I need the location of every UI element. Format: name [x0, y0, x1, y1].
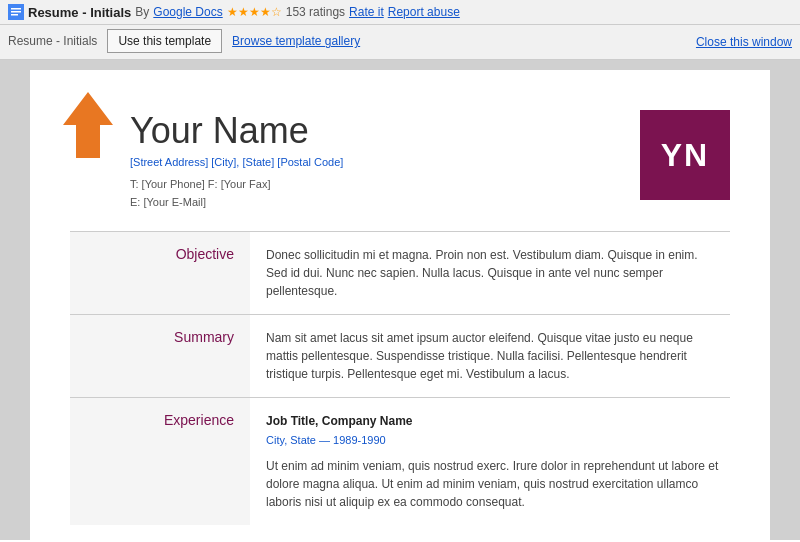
- second-bar: Resume - Initials Use this template Brow…: [0, 25, 800, 60]
- star-rating[interactable]: ★★★★☆: [227, 5, 282, 19]
- second-bar-right: Close this window: [696, 34, 792, 49]
- use-template-button[interactable]: Use this template: [107, 29, 222, 53]
- second-bar-left: Resume - Initials Use this template Brow…: [8, 29, 360, 53]
- objective-content: Donec sollicitudin mi et magna. Proin no…: [250, 232, 730, 315]
- resume-address: [Street Address] [City], [State] [Postal…: [130, 156, 343, 168]
- experience-label: Experience: [70, 398, 250, 525]
- summary-row: Summary Nam sit amet lacus sit amet ipsu…: [70, 315, 730, 398]
- top-bar: Resume - Initials By Google Docs ★★★★☆ 1…: [0, 0, 800, 25]
- experience-row: Experience Job Title, Company Name City,…: [70, 398, 730, 525]
- doc-icon: [8, 4, 24, 20]
- svg-rect-1: [11, 8, 21, 10]
- summary-label: Summary: [70, 315, 250, 398]
- summary-content: Nam sit amet lacus sit amet ipsum auctor…: [250, 315, 730, 398]
- browse-gallery-link[interactable]: Browse template gallery: [232, 34, 360, 48]
- objective-label: Objective: [70, 232, 250, 315]
- name-section: Your Name [Street Address] [City], [Stat…: [70, 100, 730, 211]
- job-title: Job Title, Company Name: [266, 412, 720, 430]
- resume-table: Objective Donec sollicitudin mi et magna…: [70, 231, 730, 525]
- job-body: Ut enim ad minim veniam, quis nostrud ex…: [266, 457, 720, 511]
- resume-phone: T: [Your Phone] F: [Your Fax] E: [Your E…: [130, 176, 343, 211]
- experience-content: Job Title, Company Name City, State — 19…: [250, 398, 730, 525]
- objective-row: Objective Donec sollicitudin mi et magna…: [70, 232, 730, 315]
- job-location: City, State — 1989-1990: [266, 432, 720, 449]
- by-label: By: [135, 5, 149, 19]
- rate-link[interactable]: Rate it: [349, 5, 384, 19]
- doc-title: Resume - Initials: [28, 5, 131, 20]
- google-docs-link[interactable]: Google Docs: [153, 5, 222, 19]
- template-subtitle: Resume - Initials: [8, 34, 97, 48]
- name-info: Your Name [Street Address] [City], [Stat…: [130, 110, 343, 211]
- ratings-count: 153 ratings: [286, 5, 345, 19]
- svg-rect-2: [11, 11, 21, 13]
- resume-name: Your Name: [130, 110, 343, 152]
- preview-wrapper: Your Name [Street Address] [City], [Stat…: [0, 60, 800, 540]
- svg-marker-4: [63, 92, 113, 158]
- doc-page: Your Name [Street Address] [City], [Stat…: [30, 70, 770, 540]
- svg-rect-3: [11, 14, 18, 16]
- report-abuse-link[interactable]: Report abuse: [388, 5, 460, 19]
- close-window-link[interactable]: Close this window: [696, 35, 792, 49]
- title-area: Resume - Initials By Google Docs ★★★★☆ 1…: [8, 4, 792, 20]
- initials-box: YN: [640, 110, 730, 200]
